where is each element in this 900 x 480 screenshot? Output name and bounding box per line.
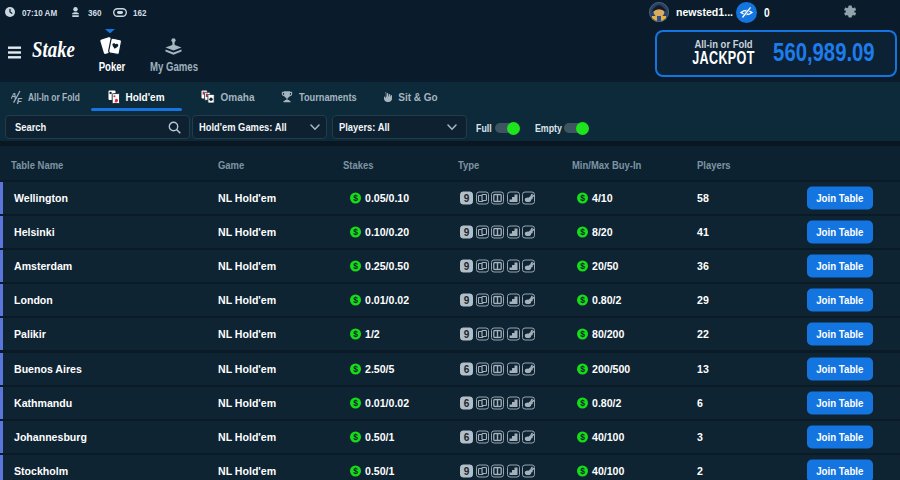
svg-text:F: F — [16, 96, 22, 105]
